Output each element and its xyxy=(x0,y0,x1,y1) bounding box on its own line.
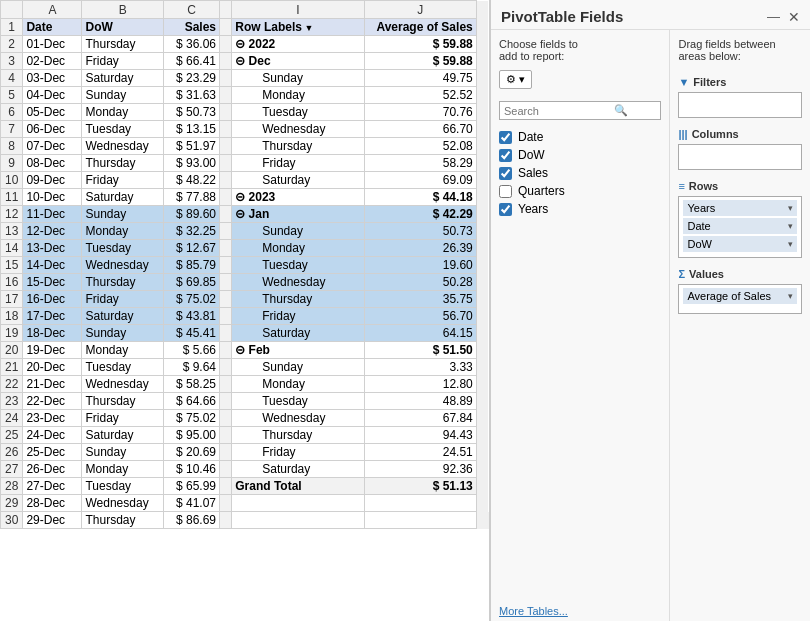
cell-j-12[interactable]: $ 42.29 xyxy=(364,206,476,223)
cell-a-2[interactable]: 01-Dec xyxy=(23,36,82,53)
table-row[interactable]: 1716-DecFriday$ 75.02Thursday35.75 xyxy=(1,291,489,308)
cell-i-27[interactable]: Saturday xyxy=(232,461,364,478)
cell-c-10[interactable]: $ 48.22 xyxy=(163,172,219,189)
table-row[interactable]: 2827-DecTuesday$ 65.99Grand Total$ 51.13 xyxy=(1,478,489,495)
table-row[interactable]: 3029-DecThursday$ 86.69 xyxy=(1,512,489,529)
cell-i-15[interactable]: Tuesday xyxy=(232,257,364,274)
table-row[interactable]: 2423-DecFriday$ 75.02Wednesday67.84 xyxy=(1,410,489,427)
cell-b-27[interactable]: Monday xyxy=(82,461,164,478)
cell-a-30[interactable]: 29-Dec xyxy=(23,512,82,529)
cell-a-9[interactable]: 08-Dec xyxy=(23,155,82,172)
settings-button[interactable]: ⚙ ▾ xyxy=(499,70,532,89)
cell-i-8[interactable]: Thursday xyxy=(232,138,364,155)
cell-j-21[interactable]: 3.33 xyxy=(364,359,476,376)
cell-b-23[interactable]: Thursday xyxy=(82,393,164,410)
cell-a-7[interactable]: 06-Dec xyxy=(23,121,82,138)
cell-i-6[interactable]: Tuesday xyxy=(232,104,364,121)
cell-i-9[interactable]: Friday xyxy=(232,155,364,172)
values-item-dropdown-icon[interactable]: ▾ xyxy=(788,291,793,301)
cell-j-5[interactable]: 52.52 xyxy=(364,87,476,104)
columns-box[interactable] xyxy=(678,144,802,170)
col-b-header[interactable]: B xyxy=(82,1,164,19)
cell-a-13[interactable]: 12-Dec xyxy=(23,223,82,240)
table-row[interactable]: 1DateDoWSalesRow Labels ▼Average of Sale… xyxy=(1,19,489,36)
table-row[interactable]: 2322-DecThursday$ 64.66Tuesday48.89 xyxy=(1,393,489,410)
table-row[interactable]: 1211-DecSunday$ 89.60⊝ Jan$ 42.29 xyxy=(1,206,489,223)
cell-j-22[interactable]: 12.80 xyxy=(364,376,476,393)
cell-b-26[interactable]: Sunday xyxy=(82,444,164,461)
cell-i-25[interactable]: Thursday xyxy=(232,427,364,444)
field-item-years[interactable]: Years xyxy=(499,200,661,218)
cell-c-22[interactable]: $ 58.25 xyxy=(163,376,219,393)
cell-c-2[interactable]: $ 36.06 xyxy=(163,36,219,53)
rows-item-date[interactable]: Date▾ xyxy=(683,218,797,234)
table-row[interactable]: 1009-DecFriday$ 48.22Saturday69.09 xyxy=(1,172,489,189)
table-row[interactable]: 2221-DecWednesday$ 58.25Monday12.80 xyxy=(1,376,489,393)
cell-c-24[interactable]: $ 75.02 xyxy=(163,410,219,427)
cell-b-21[interactable]: Tuesday xyxy=(82,359,164,376)
field-item-sales[interactable]: Sales xyxy=(499,164,661,182)
cell-a-17[interactable]: 16-Dec xyxy=(23,291,82,308)
cell-j-27[interactable]: 92.36 xyxy=(364,461,476,478)
cell-j-7[interactable]: 66.70 xyxy=(364,121,476,138)
field-checkbox-sales[interactable] xyxy=(499,167,512,180)
table-row[interactable]: 1413-DecTuesday$ 12.67Monday26.39 xyxy=(1,240,489,257)
cell-i-11[interactable]: ⊝ 2023 xyxy=(232,189,364,206)
table-row[interactable]: 1110-DecSaturday$ 77.88⊝ 2023$ 44.18 xyxy=(1,189,489,206)
cell-c-29[interactable]: $ 41.07 xyxy=(163,495,219,512)
cell-a-19[interactable]: 18-Dec xyxy=(23,325,82,342)
table-row[interactable]: 1918-DecSunday$ 45.41Saturday64.15 xyxy=(1,325,489,342)
cell-b-9[interactable]: Thursday xyxy=(82,155,164,172)
cell-c-23[interactable]: $ 64.66 xyxy=(163,393,219,410)
cell-b-3[interactable]: Friday xyxy=(82,53,164,70)
cell-j-6[interactable]: 70.76 xyxy=(364,104,476,121)
cell-b-24[interactable]: Friday xyxy=(82,410,164,427)
cell-j-10[interactable]: 69.09 xyxy=(364,172,476,189)
cell-j-25[interactable]: 94.43 xyxy=(364,427,476,444)
cell-a-28[interactable]: 27-Dec xyxy=(23,478,82,495)
cell-b-17[interactable]: Friday xyxy=(82,291,164,308)
cell-b-12[interactable]: Sunday xyxy=(82,206,164,223)
cell-j-14[interactable]: 26.39 xyxy=(364,240,476,257)
table-row[interactable]: 1312-DecMonday$ 32.25Sunday50.73 xyxy=(1,223,489,240)
cell-b-6[interactable]: Monday xyxy=(82,104,164,121)
cell-i-4[interactable]: Sunday xyxy=(232,70,364,87)
cell-a-27[interactable]: 26-Dec xyxy=(23,461,82,478)
cell-a-16[interactable]: 15-Dec xyxy=(23,274,82,291)
cell-b-22[interactable]: Wednesday xyxy=(82,376,164,393)
panel-minimize-btn[interactable]: — xyxy=(767,9,780,24)
cell-c-8[interactable]: $ 51.97 xyxy=(163,138,219,155)
cell-i-17[interactable]: Thursday xyxy=(232,291,364,308)
cell-j-30[interactable] xyxy=(364,512,476,529)
cell-i-2[interactable]: ⊝ 2022 xyxy=(232,36,364,53)
rows-item-dow[interactable]: DoW▾ xyxy=(683,236,797,252)
cell-j-18[interactable]: 56.70 xyxy=(364,308,476,325)
cell-a-11[interactable]: 10-Dec xyxy=(23,189,82,206)
cell-a-23[interactable]: 22-Dec xyxy=(23,393,82,410)
cell-j-2[interactable]: $ 59.88 xyxy=(364,36,476,53)
cell-j-28[interactable]: $ 51.13 xyxy=(364,478,476,495)
cell-a-15[interactable]: 14-Dec xyxy=(23,257,82,274)
field-checkbox-dow[interactable] xyxy=(499,149,512,162)
col-c-header[interactable]: C xyxy=(163,1,219,19)
values-item-average-of-sales[interactable]: Average of Sales▾ xyxy=(683,288,797,304)
more-tables-link[interactable]: More Tables... xyxy=(491,601,669,621)
table-row[interactable]: 302-DecFriday$ 66.41⊝ Dec$ 59.88 xyxy=(1,53,489,70)
cell-j-29[interactable] xyxy=(364,495,476,512)
cell-b-5[interactable]: Sunday xyxy=(82,87,164,104)
cell-j-15[interactable]: 19.60 xyxy=(364,257,476,274)
cell-i-19[interactable]: Saturday xyxy=(232,325,364,342)
cell-c-9[interactable]: $ 93.00 xyxy=(163,155,219,172)
cell-c-17[interactable]: $ 75.02 xyxy=(163,291,219,308)
cell-c-3[interactable]: $ 66.41 xyxy=(163,53,219,70)
cell-c-21[interactable]: $ 9.64 xyxy=(163,359,219,376)
cell-b-8[interactable]: Wednesday xyxy=(82,138,164,155)
cell-b-29[interactable]: Wednesday xyxy=(82,495,164,512)
cell-a-18[interactable]: 17-Dec xyxy=(23,308,82,325)
cell-j-23[interactable]: 48.89 xyxy=(364,393,476,410)
cell-b-18[interactable]: Saturday xyxy=(82,308,164,325)
cell-j-8[interactable]: 52.08 xyxy=(364,138,476,155)
field-item-dow[interactable]: DoW xyxy=(499,146,661,164)
cell-c-1[interactable]: Sales xyxy=(163,19,219,36)
table-row[interactable]: 2120-DecTuesday$ 9.64Sunday3.33 xyxy=(1,359,489,376)
